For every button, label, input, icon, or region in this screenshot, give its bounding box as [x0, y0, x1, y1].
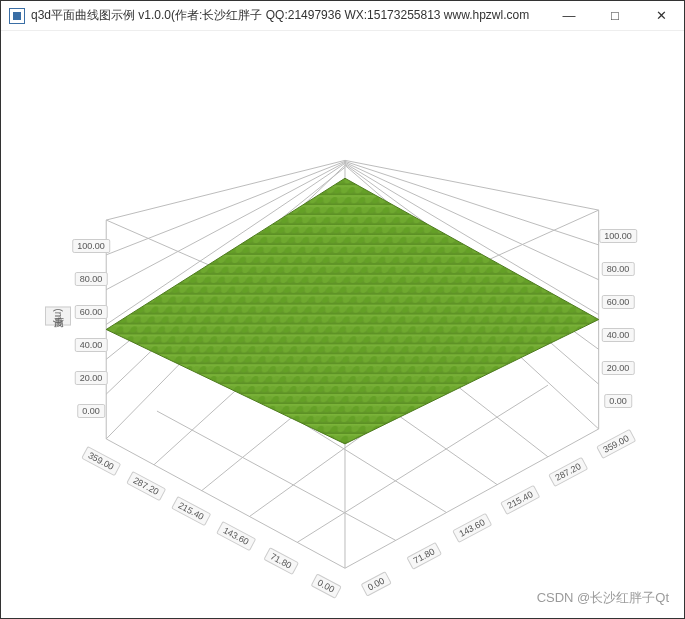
maximize-button[interactable]: □: [592, 1, 638, 30]
z-axis-right-tick: 100.00: [599, 229, 637, 243]
app-icon: [9, 8, 25, 24]
z-axis-right-tick: 40.00: [602, 328, 635, 342]
minimize-button[interactable]: —: [546, 1, 592, 30]
z-axis-label: 高度(m): [45, 307, 71, 326]
z-axis-tick: 80.00: [75, 272, 108, 286]
z-axis-tick: 60.00: [75, 305, 108, 319]
z-axis-tick: 0.00: [77, 404, 105, 418]
surface-3d: [6, 36, 679, 613]
window-title: q3d平面曲线图示例 v1.0.0(作者:长沙红胖子 QQ:21497936 W…: [31, 7, 546, 24]
z-axis-right-tick: 0.00: [604, 394, 632, 408]
watermark: CSDN @长沙红胖子Qt: [537, 589, 669, 607]
window-controls: — □ ✕: [546, 1, 684, 30]
z-axis-right-tick: 60.00: [602, 295, 635, 309]
title-bar: q3d平面曲线图示例 v1.0.0(作者:长沙红胖子 QQ:21497936 W…: [1, 1, 684, 31]
z-axis-tick: 20.00: [75, 371, 108, 385]
close-button[interactable]: ✕: [638, 1, 684, 30]
z-axis-right-tick: 80.00: [602, 262, 635, 276]
svg-marker-27: [106, 178, 598, 444]
z-axis-tick: 100.00: [72, 239, 110, 253]
z-axis-tick: 40.00: [75, 338, 108, 352]
z-axis-right-tick: 20.00: [602, 361, 635, 375]
chart-viewport[interactable]: 0.00 20.00 40.00 60.00 80.00 100.00 高度(m…: [6, 36, 679, 613]
